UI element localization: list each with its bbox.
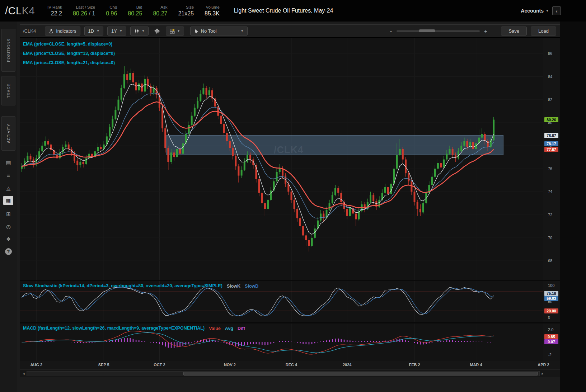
zoom-in-button[interactable]: + xyxy=(483,28,488,34)
quote-field-chg: Chg0.96 xyxy=(106,5,117,17)
drawing-tool-dropdown[interactable]: No Tool ▼ xyxy=(190,27,248,36)
quote-field-label: Volume xyxy=(206,5,219,9)
axis-tick-label: 100 xyxy=(548,283,554,288)
price-panel: /CLK4 EMA (price=CLOSE, length=5, displa… xyxy=(20,38,560,280)
legend-diff[interactable]: Diff xyxy=(238,326,245,331)
axis-badge-0.07: 0.07 xyxy=(544,339,558,344)
load-button[interactable]: Load xyxy=(531,27,556,36)
chart-watermark: /CLK4 xyxy=(274,145,304,156)
stochastic-axis[interactable]: 10050075.1859.0320.00 xyxy=(543,281,560,322)
drawing-tool-label: No Tool xyxy=(201,28,217,34)
quote-field-label: Chg xyxy=(109,5,117,9)
header-right: Accounts ▼ ‹ xyxy=(521,6,561,15)
macd-axis[interactable]: 2.0-20.850.07 xyxy=(543,323,560,361)
quote-field-value: 80.25 xyxy=(128,10,142,17)
stochastic-study-labels: Slow Stochastic (kPeriod=14, dPeriod=3, … xyxy=(23,283,263,289)
zoom-slider-thumb[interactable] xyxy=(419,29,435,32)
grid-apps-icon[interactable]: ⊞ xyxy=(0,209,17,219)
candlestick-icon xyxy=(134,29,139,34)
grid-icon xyxy=(170,29,175,34)
legend-value[interactable]: Value xyxy=(209,326,221,331)
chart-symbol-label: /CLK4 xyxy=(23,28,36,34)
symbol-month: K4 xyxy=(22,5,35,16)
quote-field-value: 22.2 xyxy=(51,10,62,17)
study-label-stochastic[interactable]: Slow Stochastic (kPeriod=14, dPeriod=3, … xyxy=(23,283,222,289)
timeframe-label: 1D xyxy=(88,28,94,34)
sidebar-tab-activity[interactable]: ACTIVITY xyxy=(1,116,15,151)
quote-field-bid: Bid80.25 xyxy=(128,5,142,17)
price-axis[interactable]: 8684828078767472706880.2678.8778.1777.67 xyxy=(543,38,560,280)
chevron-down-icon: ▼ xyxy=(97,29,99,33)
chart-icon[interactable]: ▦ xyxy=(3,196,13,205)
axis-badge-0.85: 0.85 xyxy=(544,334,558,339)
sidebar-tab-positions[interactable]: POSITIONS xyxy=(1,29,15,72)
axis-tick-label: 76 xyxy=(548,166,552,171)
accounts-label: Accounts xyxy=(521,8,544,14)
time-axis[interactable]: AUG 2SEP 5OCT 2NOV 2DEC 42024FEB 2MAR 4A… xyxy=(20,361,560,369)
scrollbar-thumb[interactable] xyxy=(183,372,538,376)
study-label-macd[interactable]: MACD (fastLength=12, slowLength=26, macd… xyxy=(23,325,205,331)
stochastic-legend: SlowKSlowD xyxy=(227,283,263,289)
zoom-out-button[interactable]: - xyxy=(389,28,393,34)
range-label: 1Y xyxy=(111,28,117,34)
axis-tick-label: 68 xyxy=(548,259,552,263)
report-icon[interactable]: ▤ xyxy=(0,157,17,168)
chart-type-dropdown[interactable]: ▼ xyxy=(130,27,149,36)
quote-field-label: Last / Size xyxy=(76,5,95,9)
sidebar-tab-trade[interactable]: TRADE xyxy=(1,76,15,105)
quote-value: 0.96 xyxy=(106,10,117,16)
quote-value-suffix: / 1 xyxy=(87,10,95,16)
legend-slowd[interactable]: SlowD xyxy=(245,284,258,289)
save-button[interactable]: Save xyxy=(501,27,527,36)
stochastic-panel: Slow Stochastic (kPeriod=14, dPeriod=3, … xyxy=(20,281,560,322)
chevron-down-icon: ▼ xyxy=(546,9,549,13)
analyze-icon[interactable]: ◬ xyxy=(0,183,17,194)
chevron-down-icon: ▼ xyxy=(177,29,180,33)
collapse-panel-button[interactable]: ‹ xyxy=(552,6,561,15)
quote-field-volume: Volume85.3K xyxy=(205,5,220,17)
quote-field-label: Bid xyxy=(136,5,142,9)
axis-tick-label: 82 xyxy=(548,98,552,102)
quote-header: /CLK4 IV Rank22.2Last / Size80.26 / 1Chg… xyxy=(0,0,586,22)
price-plot[interactable] xyxy=(20,38,543,280)
accounts-dropdown[interactable]: Accounts ▼ xyxy=(521,8,549,14)
axis-tick-label: 70 xyxy=(548,236,552,240)
history-clock-icon[interactable]: ◴ xyxy=(0,221,17,232)
legend-avg[interactable]: Avg xyxy=(225,326,233,331)
legend-slowk[interactable]: SlowK xyxy=(227,284,240,289)
time-label-oct-2: OCT 2 xyxy=(154,363,165,367)
quote-value: 80.25 xyxy=(128,10,142,16)
axis-badge-20.00: 20.00 xyxy=(544,308,558,313)
scroll-left-button[interactable]: ◂ xyxy=(21,372,27,376)
time-label-mar-4: MAR 4 xyxy=(470,363,482,367)
quote-field-size: Size21x25 xyxy=(178,5,194,17)
grid-layout-dropdown[interactable]: ▼ xyxy=(166,27,184,36)
scrollbar-track[interactable] xyxy=(27,371,540,376)
chart-stack: /CLK4 EMA (price=CLOSE, length=5, displa… xyxy=(20,38,560,377)
time-label-2024: 2024 xyxy=(343,363,351,367)
indicators-button[interactable]: Indicators xyxy=(45,27,80,36)
time-label-nov-2: NOV 2 xyxy=(224,363,236,367)
axis-tick-label: 2.0 xyxy=(548,327,553,332)
zoom-slider-track[interactable] xyxy=(397,30,480,32)
study-label-ema21[interactable]: EMA (price=CLOSE, length=21, displace=0) xyxy=(23,58,115,67)
range-dropdown[interactable]: 1Y ▼ xyxy=(107,27,126,36)
study-label-ema5[interactable]: EMA (price=CLOSE, length=5, displace=0) xyxy=(23,39,115,49)
community-icon[interactable]: ❖ xyxy=(0,234,17,245)
chart-toolbar: /CLK4 Indicators 1D ▼ 1Y ▼ ▼ ▼ xyxy=(20,25,560,38)
quote-value: 22.2 xyxy=(51,10,62,16)
quote-fields: IV Rank22.2Last / Size80.26 / 1Chg0.96Bi… xyxy=(47,5,230,17)
axis-tick-label: 0 xyxy=(548,315,550,320)
help-icon[interactable]: ? xyxy=(5,248,12,255)
quote-field-value: 80.27 xyxy=(153,10,167,17)
symbol-title: /CLK4 xyxy=(5,5,47,17)
axis-badge-75.18: 75.18 xyxy=(544,291,558,296)
scroll-right-button[interactable]: ▸ xyxy=(540,372,545,376)
study-label-ema13[interactable]: EMA (price=CLOSE, length=13, displace=0) xyxy=(23,49,115,58)
chart-settings-button[interactable] xyxy=(153,27,162,36)
chevron-down-icon: ▼ xyxy=(241,29,244,33)
timeframe-dropdown[interactable]: 1D ▼ xyxy=(84,27,104,36)
chart-scrollbar: ◂ ▸ xyxy=(20,369,560,377)
list-icon[interactable]: ≡ xyxy=(0,170,17,181)
time-label-apr-2: APR 2 xyxy=(538,363,549,367)
